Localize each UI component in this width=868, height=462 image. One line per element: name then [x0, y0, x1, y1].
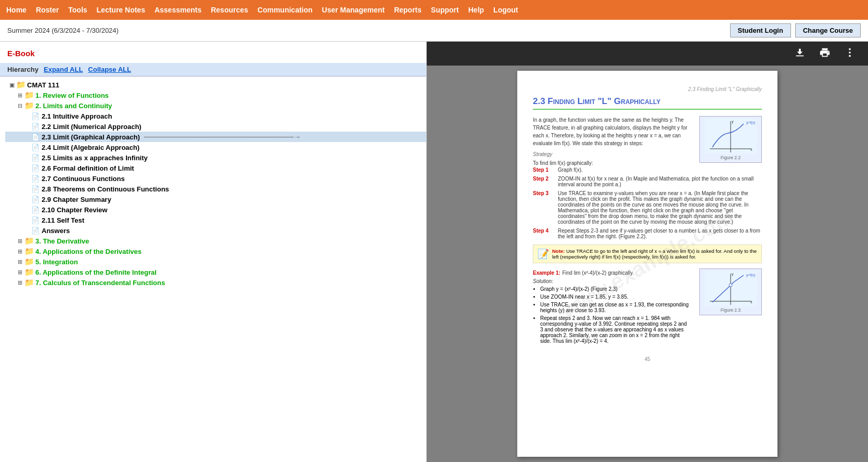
sidebar-item-ch4[interactable]: ⊞ 📁 4. Applications of the Derivatives	[5, 246, 426, 256]
solution-steps: Graph y = (x²-4)/(x-2) (Figure 2.3)Use Z…	[533, 286, 689, 344]
figure-1: y=f(x) x y Figure 2.2	[699, 116, 762, 163]
expand-all-link[interactable]: Expand ALL	[44, 66, 83, 73]
nav-item-tools[interactable]: Tools	[68, 6, 87, 14]
ch7-folder-icon: 📁	[25, 278, 33, 287]
svg-text:y: y	[732, 272, 734, 276]
doc-icon-2-1: 📄	[31, 112, 40, 120]
nav-item-assessments[interactable]: Assessments	[155, 6, 201, 14]
example-1: Example 1: Find lim (x²-4)/(x-2) graphic…	[533, 268, 762, 346]
solution-step-3: Use TRACE, we can get as close as x = 1.…	[540, 302, 689, 313]
change-course-button[interactable]: Change Course	[795, 23, 861, 37]
nav-item-help[interactable]: Help	[468, 6, 484, 14]
nav-item-logout[interactable]: Logout	[493, 6, 518, 14]
label-2-8: 2.8 Theorems on Continuous Functions	[42, 185, 169, 193]
ch5-expand-icon[interactable]: ⊞	[18, 259, 24, 265]
sidebar-item-2-4[interactable]: 📄 2.4 Limit (Algebraic Approach)	[5, 142, 426, 152]
sidebar-item-2-10[interactable]: 📄 2.10 Chapter Review	[5, 204, 426, 215]
root-folder-icon: 📁	[17, 81, 25, 89]
label-2-5: 2.5 Limits as x appraches Infinity	[42, 154, 148, 162]
sidebar-item-2-7[interactable]: 📄 2.7 Continuous Functions	[5, 173, 426, 184]
root-expand-icon[interactable]: ▣	[9, 82, 16, 88]
sidebar-item-2-5[interactable]: 📄 2.5 Limits as x appraches Infinity	[5, 152, 426, 163]
top-navigation: HomeRosterToolsLecture NotesAssessmentsR…	[0, 0, 868, 20]
document-container[interactable]: www.example.com 2.3 Finding Limit "L" Gr…	[427, 66, 868, 462]
label-2-11: 2.11 Self Test	[42, 216, 84, 224]
document-viewer: www.example.com 2.3 Finding Limit "L" Gr…	[427, 42, 868, 462]
doc-icon-2-5: 📄	[31, 153, 40, 162]
sidebar-item-2-6[interactable]: 📄 2.6 Formal definition of Limit	[5, 163, 426, 173]
collapse-all-link[interactable]: Collapse ALL	[88, 66, 131, 73]
ch6-expand-icon[interactable]: ⊞	[18, 269, 24, 276]
nav-item-user-management[interactable]: User Management	[322, 6, 385, 14]
solution-step-1: Graph y = (x²-4)/(x-2) (Figure 2.3)	[540, 286, 689, 292]
ch4-expand-icon[interactable]: ⊞	[18, 248, 24, 255]
print-button[interactable]	[817, 45, 833, 63]
sidebar-item-ch5[interactable]: ⊞ 📁 5. Integration	[5, 256, 426, 267]
tree-root[interactable]: ▣ 📁 CMAT 111	[5, 80, 426, 90]
ch3-label: 3. The Derivative	[35, 237, 89, 245]
doc-icon-2-4: 📄	[31, 143, 40, 151]
sidebar-item-answers[interactable]: 📄 Answers	[5, 225, 426, 236]
nav-item-roster[interactable]: Roster	[36, 6, 59, 14]
sidebar-item-ch3[interactable]: ⊞ 📁 3. The Derivative	[5, 236, 426, 246]
step-text-3: Use TRACE to examine y-values when you a…	[558, 190, 762, 225]
sidebar-item-ch2[interactable]: ⊟ 📁 2. Limits and Continuity	[5, 100, 426, 111]
nav-item-support[interactable]: Support	[431, 6, 459, 14]
viewer-toolbar	[427, 42, 868, 66]
ch2-expand-icon[interactable]: ⊟	[18, 102, 24, 109]
sidebar-item-ch6[interactable]: ⊞ 📁 6. Applications of the Definite Inte…	[5, 267, 426, 277]
sidebar-item-2-1[interactable]: 📄 2.1 Intuitive Approach	[5, 111, 426, 121]
sidebar-item-ch7[interactable]: ⊞ 📁 7. Calculus of Transcendental Functi…	[5, 277, 426, 288]
label-2-6: 2.6 Formal definition of Limit	[42, 164, 134, 172]
ch1-expand-icon[interactable]: ⊞	[18, 92, 24, 99]
step-3: Step 3Use TRACE to examine y-values when…	[533, 190, 762, 225]
ebook-title: E-Book	[0, 47, 426, 63]
ch2-folder-icon: 📁	[25, 101, 33, 110]
strategy-text: To find lim f(x) graphically:	[533, 159, 689, 167]
doc-icon-2-6: 📄	[31, 164, 40, 172]
ch6-folder-icon: 📁	[25, 268, 33, 276]
sidebar-item-2-9[interactable]: 📄 2.9 Chapter Summary	[5, 194, 426, 204]
svg-text:x: x	[750, 300, 752, 304]
step-2: Step 2ZOOM-IN at f(x) for x near a. (In …	[533, 176, 762, 187]
document-page: www.example.com 2.3 Finding Limit "L" Gr…	[517, 71, 777, 457]
sidebar-item-2-8[interactable]: 📄 2.8 Theorems on Continuous Functions	[5, 184, 426, 194]
doc-icon-2-8: 📄	[31, 185, 40, 193]
doc-icon-2-10: 📄	[31, 206, 40, 214]
ch3-folder-icon: 📁	[25, 237, 33, 245]
download-button[interactable]	[792, 45, 808, 63]
student-login-button[interactable]: Student Login	[730, 23, 791, 37]
sidebar-item-2-11[interactable]: 📄 2.11 Self Test	[5, 215, 426, 225]
label-2-7: 2.7 Continuous Functions	[42, 175, 125, 183]
doc-intro: In a graph, the function values are the …	[533, 116, 689, 147]
label-2-10: 2.10 Chapter Review	[42, 206, 107, 214]
ch1-folder-icon: 📁	[25, 91, 33, 99]
note-box: 📝 Note: Use TRACE to go to the left and …	[533, 245, 762, 263]
svg-text:y=f(x): y=f(x)	[746, 121, 756, 125]
doc-icon-2-2: 📄	[31, 122, 40, 131]
figure-2: y=f(x) x y Figure 2.3	[699, 268, 762, 315]
hierarchy-label: Hierarchy	[7, 66, 39, 73]
sidebar-item-2-2[interactable]: 📄 2.2 Limit (Numerical Approach)	[5, 121, 426, 132]
svg-point-0	[849, 48, 851, 50]
nav-item-communication[interactable]: Communication	[258, 6, 313, 14]
ch3-expand-icon[interactable]: ⊞	[18, 238, 24, 245]
more-options-button[interactable]	[842, 45, 858, 63]
svg-text:y: y	[732, 120, 734, 124]
nav-item-lecture-notes[interactable]: Lecture Notes	[97, 6, 145, 14]
nav-item-reports[interactable]: Reports	[394, 6, 422, 14]
ch7-expand-icon[interactable]: ⊞	[18, 279, 24, 286]
main-layout: E-Book Hierarchy Expand ALL Collapse ALL…	[0, 42, 868, 462]
nav-item-home[interactable]: Home	[6, 6, 27, 14]
solution-step-4: Repeat steps 2 and 3. Now we can reach x…	[540, 315, 689, 344]
svg-text:x: x	[750, 148, 752, 151]
tree: ▣ 📁 CMAT 111 ⊞ 📁 1. Review of Functions …	[0, 80, 426, 288]
sub-header: Summer 2024 (6/3/2024 - 7/30/2024) Stude…	[0, 20, 868, 42]
sidebar-item-ch1[interactable]: ⊞ 📁 1. Review of Functions	[5, 90, 426, 100]
figure2-caption: Figure 2.3	[721, 307, 741, 313]
step-4: Step 4Repeat Steps 2-3 and see if y-valu…	[533, 228, 762, 239]
note-text: Use TRACE to go to the left and right of…	[552, 248, 757, 260]
nav-item-resources[interactable]: Resources	[211, 6, 248, 14]
sidebar-item-2-3[interactable]: 📄 2.3 Limit (Graphical Approach) ───────…	[5, 132, 426, 142]
example-label: Example 1:	[533, 270, 560, 276]
